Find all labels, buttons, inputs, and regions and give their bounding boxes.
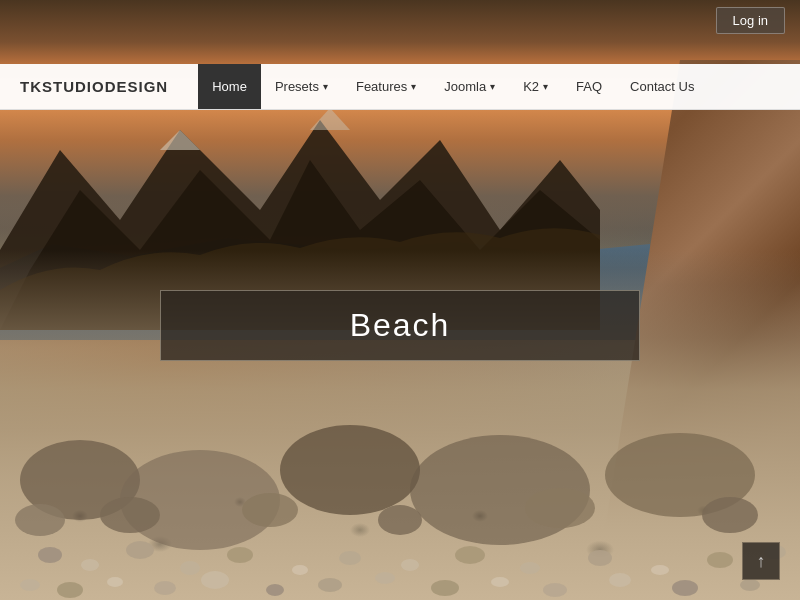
chevron-down-icon: ▾ <box>490 81 495 92</box>
svg-point-14 <box>702 497 758 533</box>
chevron-down-icon: ▾ <box>323 81 328 92</box>
svg-point-40 <box>609 573 631 587</box>
svg-point-6 <box>280 425 420 515</box>
arrow-up-icon: ↑ <box>757 551 766 572</box>
svg-point-25 <box>588 550 612 566</box>
svg-point-13 <box>525 488 595 528</box>
nav-item-joomla[interactable]: Joomla ▾ <box>430 64 509 109</box>
hero-banner: Beach <box>160 290 640 361</box>
chevron-down-icon: ▾ <box>411 81 416 92</box>
svg-point-39 <box>543 583 567 597</box>
svg-point-9 <box>15 504 65 536</box>
svg-point-20 <box>292 565 308 575</box>
svg-point-42 <box>740 579 760 591</box>
nav-item-features[interactable]: Features ▾ <box>342 64 430 109</box>
hero-title: Beach <box>201 307 599 344</box>
svg-point-19 <box>227 547 253 563</box>
svg-marker-3 <box>310 108 350 130</box>
svg-point-27 <box>707 552 733 568</box>
brand-name: TKSTUDIODESIGN <box>0 78 188 95</box>
hero-title-box: Beach <box>160 290 640 361</box>
svg-point-34 <box>266 584 284 596</box>
chevron-down-icon: ▾ <box>543 81 548 92</box>
svg-point-26 <box>651 565 669 575</box>
nav-item-contact[interactable]: Contact Us <box>616 64 708 109</box>
svg-point-41 <box>672 580 698 596</box>
svg-point-38 <box>491 577 509 587</box>
svg-point-11 <box>242 493 298 527</box>
svg-point-24 <box>520 562 540 574</box>
svg-marker-2 <box>160 130 200 150</box>
svg-point-21 <box>339 551 361 565</box>
svg-point-16 <box>81 559 99 571</box>
svg-point-10 <box>100 497 160 533</box>
svg-point-12 <box>378 505 422 535</box>
svg-point-33 <box>201 571 229 589</box>
navbar: TKSTUDIODESIGN Home Presets ▾ Features ▾… <box>0 64 800 110</box>
svg-point-23 <box>455 546 485 564</box>
login-button[interactable]: Log in <box>716 7 785 34</box>
svg-point-31 <box>107 577 123 587</box>
scroll-top-button[interactable]: ↑ <box>742 542 780 580</box>
svg-point-36 <box>375 572 395 584</box>
nav-item-presets[interactable]: Presets ▾ <box>261 64 342 109</box>
nav-items: Home Presets ▾ Features ▾ Joomla ▾ K2 ▾ … <box>198 64 708 109</box>
svg-point-35 <box>318 578 342 592</box>
svg-point-15 <box>38 547 62 563</box>
svg-point-22 <box>401 559 419 571</box>
svg-point-37 <box>431 580 459 596</box>
svg-point-17 <box>126 541 154 559</box>
svg-point-30 <box>57 582 83 598</box>
top-bar: Log in <box>0 0 800 40</box>
nav-item-faq[interactable]: FAQ <box>562 64 616 109</box>
nav-item-home[interactable]: Home <box>198 64 261 109</box>
svg-point-32 <box>154 581 176 595</box>
nav-item-k2[interactable]: K2 ▾ <box>509 64 562 109</box>
svg-point-18 <box>180 561 200 575</box>
svg-point-29 <box>20 579 40 591</box>
